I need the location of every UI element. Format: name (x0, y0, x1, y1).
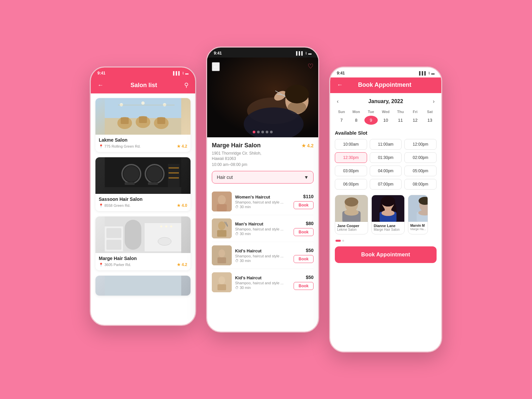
svg-point-43 (285, 85, 309, 103)
phone-salon-detail: 9:41 ▌▌▌ ⌇ ▬ (206, 47, 319, 332)
svg-rect-29 (145, 223, 181, 251)
calendar-prev-button[interactable]: ‹ (335, 98, 340, 105)
calendar-next-button[interactable]: › (431, 98, 437, 105)
stylist-salon-dianne: Marge Hair Salon (374, 228, 402, 231)
stylist-dot-active (335, 240, 341, 242)
service-name-kids1: Kid's Haircut (235, 248, 290, 253)
service-duration-kids1: ⏱ 30 min (235, 259, 290, 263)
svg-rect-25 (125, 220, 141, 250)
slot-6pm[interactable]: 06:00pm (335, 179, 367, 190)
star-icon-marge: ★ (177, 262, 181, 267)
svg-rect-50 (217, 230, 226, 237)
salon-card-lakme[interactable]: Lakme Salon 📍 775 Rolling Green Rd. ★ 4.… (95, 98, 191, 152)
slots-section-title: Available Slot (335, 130, 437, 136)
slot-1230pm[interactable]: 12:30pm (335, 152, 367, 163)
cal-day-13[interactable]: 13 (423, 116, 437, 125)
stylist-salon-jane: Lekme Salon (337, 228, 366, 231)
back-button-1[interactable]: ← (97, 82, 103, 89)
stylist-card-marvin[interactable]: Marvin M Marge Ha... (408, 195, 428, 234)
signal-icon-3: ▌▌▌ (419, 71, 427, 75)
stylist-avatar-marvin (408, 195, 428, 222)
salon-card-4[interactable] (95, 276, 191, 296)
service-img-mans (212, 218, 232, 238)
slot-12pm[interactable]: 12:00pm (404, 139, 437, 150)
cal-header-sat: Sat (423, 109, 437, 114)
salon-card-sassoon[interactable]: Sassoon Hair Salon 📍 8558 Green Rd. ★ 4.… (95, 157, 191, 211)
slot-4pm[interactable]: 04:00pm (370, 166, 402, 176)
clock-icon-kids1: ⏱ (235, 259, 239, 263)
service-thumb-womens (212, 192, 232, 211)
cal-header-fri: Fri (408, 109, 422, 114)
salon-address-lakme: 📍 775 Rolling Green Rd. (99, 144, 141, 149)
calendar-month: January, 2022 (368, 98, 403, 104)
battery-icon-3: ▬ (431, 71, 435, 75)
cal-header-tue: Tue (364, 109, 378, 114)
cal-header-sun: Sun (335, 109, 348, 114)
svg-rect-18 (169, 167, 179, 169)
slot-5pm[interactable]: 05:00pm (404, 166, 437, 176)
salon-address-sassoon: 📍 8558 Green Rd. (99, 203, 130, 208)
service-item-womens: Women's Haircut Shampoo, haircut and sty… (212, 188, 314, 215)
slot-8pm[interactable]: 08:00pm (404, 179, 437, 190)
service-price-womens: $110 (303, 194, 314, 199)
clock-icon-womens: ⏱ (235, 205, 239, 209)
star-icon-lakme: ★ (177, 144, 181, 149)
service-details-kids2: Kid's Haircut Shampoo, haircut and style… (235, 275, 290, 290)
salon-image-marge (95, 216, 191, 253)
detail-hours: 10:00 am–08:00 pm (212, 162, 314, 167)
slot-11am[interactable]: 11:00am (370, 139, 402, 150)
book-button-mans[interactable]: Book (294, 228, 314, 236)
cal-day-12[interactable]: 12 (408, 116, 422, 125)
stylist-info-jane: Jane Cooper Lekme Salon (335, 222, 368, 234)
salon-card-marge[interactable]: Marge Hair Salon 📍 3605 Parker Rd. ★ 4.2 (95, 216, 191, 270)
salon-rating-lakme: ★ 4.2 (177, 144, 187, 149)
book-button-kids1[interactable]: Book (294, 255, 314, 263)
service-name-womens: Women's Haircut (235, 195, 290, 200)
status-time-1: 9:41 (97, 71, 105, 75)
back-button-3[interactable]: ← (337, 81, 343, 88)
slot-2pm[interactable]: 02:00pm (404, 152, 437, 163)
stylist-card-dianne[interactable]: Dianne Lane Marge Hair Salon (371, 195, 405, 234)
hero-back-button[interactable]: ← (212, 62, 220, 71)
stylist-salon-marvin: Marge Ha... (410, 227, 426, 231)
svg-point-66 (381, 196, 395, 206)
slot-7pm[interactable]: 07:00pm (370, 179, 402, 190)
svg-rect-19 (169, 172, 179, 174)
book-appointment-button[interactable]: Book Appointment (335, 246, 437, 263)
svg-point-33 (158, 237, 171, 245)
salon-interior-svg-4 (105, 276, 181, 296)
salon-rating-marge: ★ 4.2 (177, 262, 187, 267)
svg-rect-47 (217, 204, 227, 211)
stylist-svg-marvin (408, 195, 428, 222)
book-button-womens[interactable]: Book (294, 201, 314, 209)
slot-10am[interactable]: 10:00am (335, 139, 367, 150)
search-button-1[interactable]: ⚲ (184, 81, 189, 89)
cal-day-8[interactable]: 8 (349, 116, 363, 125)
detail-content: Marge Hair Salon ★ 4.2 1901 Thornridge C… (207, 137, 318, 297)
salon-image-4 (95, 276, 191, 296)
svg-rect-22 (125, 182, 135, 185)
star-icon-detail: ★ (302, 143, 306, 148)
service-category-dropdown[interactable]: Hair cut ▼ (212, 171, 314, 184)
hero-favorite-button[interactable]: ♡ (308, 62, 314, 70)
cal-day-9[interactable]: 9 (364, 116, 378, 125)
service-thumb-mans (212, 218, 232, 238)
cal-day-7[interactable]: 7 (335, 116, 348, 125)
cal-day-10[interactable]: 10 (379, 116, 392, 125)
salon-image-lakme (95, 98, 191, 135)
svg-rect-21 (105, 187, 181, 194)
salon-info-sassoon: Sassoon Hair Salon 📍 8558 Green Rd. ★ 4.… (95, 194, 191, 211)
status-time-2: 9:41 (214, 51, 222, 56)
stylist-card-jane[interactable]: Jane Cooper Lekme Salon (335, 195, 368, 234)
book-button-kids2[interactable]: Book (294, 282, 314, 290)
cal-day-11[interactable]: 11 (394, 116, 407, 125)
slot-130pm[interactable]: 01:30pm (370, 152, 402, 163)
hero-indicator-dots (253, 131, 273, 133)
service-img-womens (212, 192, 232, 211)
slot-3pm[interactable]: 03:00pm (335, 166, 367, 176)
dropdown-value: Hair cut (217, 175, 233, 180)
star-icon-sassoon: ★ (177, 203, 181, 208)
battery-icon-1: ▬ (185, 71, 189, 75)
salon-meta-marge: 📍 3605 Parker Rd. ★ 4.2 (99, 262, 187, 267)
detail-rating: ★ 4.2 (302, 143, 314, 148)
